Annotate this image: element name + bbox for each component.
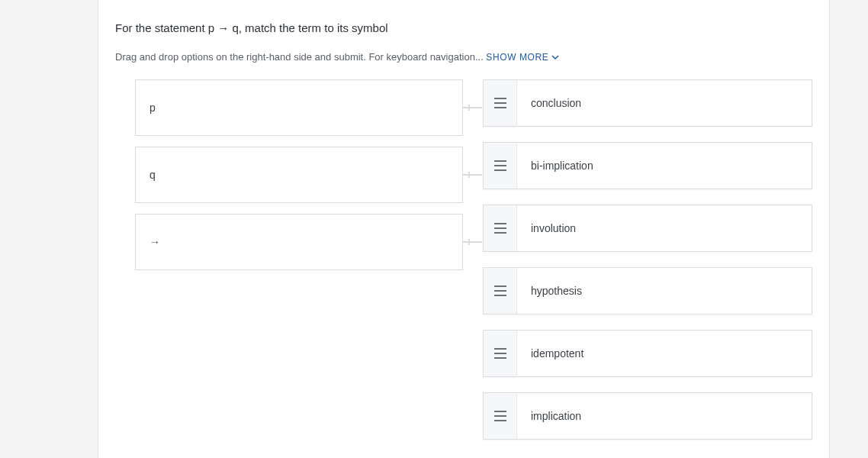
option-label: conclusion: [517, 80, 812, 126]
drag-handle-icon: [494, 98, 506, 108]
drop-target[interactable]: q: [135, 147, 463, 203]
drag-handle-icon: [494, 348, 506, 359]
draggable-option[interactable]: conclusion: [483, 79, 812, 127]
instructions-text: Drag and drop options on the right-hand …: [115, 51, 486, 63]
drag-handle-icon: [494, 160, 506, 171]
drop-target[interactable]: p: [135, 79, 463, 136]
connector-line: [462, 107, 482, 108]
drag-handle-icon: [494, 223, 506, 234]
draggable-option[interactable]: involution: [483, 205, 812, 252]
connector-line: [462, 174, 482, 176]
question-card: For the statement p → q, match the term …: [98, 0, 830, 458]
drop-target[interactable]: →: [135, 214, 463, 270]
option-label: idempotent: [517, 331, 812, 376]
show-more-label: SHOW MORE: [486, 52, 548, 63]
drag-handle[interactable]: [484, 331, 517, 376]
option-label: bi-implication: [517, 143, 812, 189]
option-label: involution: [517, 205, 812, 251]
connector-line: [462, 241, 482, 243]
drag-handle-icon: [494, 411, 506, 421]
matching-area: p q → conclusion: [115, 79, 812, 455]
drag-handle-icon: [494, 285, 506, 296]
option-label: implication: [517, 393, 812, 439]
drop-targets-column: p q →: [135, 79, 463, 455]
drag-handle[interactable]: [484, 268, 517, 314]
drop-target-label: p: [149, 102, 156, 114]
draggable-option[interactable]: hypothesis: [483, 267, 812, 314]
draggable-option[interactable]: idempotent: [483, 330, 812, 377]
drag-handle[interactable]: [484, 80, 517, 126]
chevron-down-icon: [551, 53, 559, 61]
show-more-button[interactable]: SHOW MORE: [486, 52, 559, 63]
drag-handle[interactable]: [484, 205, 517, 251]
question-title: For the statement p → q, match the term …: [115, 21, 812, 34]
drop-target-label: →: [149, 236, 160, 248]
draggable-option[interactable]: bi-implication: [483, 142, 812, 189]
drag-handle[interactable]: [484, 143, 517, 189]
drop-target-label: q: [149, 169, 156, 181]
draggable-options-column: conclusion bi-implication involution: [483, 79, 812, 455]
draggable-option[interactable]: implication: [483, 392, 812, 440]
drag-handle[interactable]: [484, 393, 517, 439]
option-label: hypothesis: [517, 268, 812, 314]
question-instructions: Drag and drop options on the right-hand …: [115, 51, 812, 63]
